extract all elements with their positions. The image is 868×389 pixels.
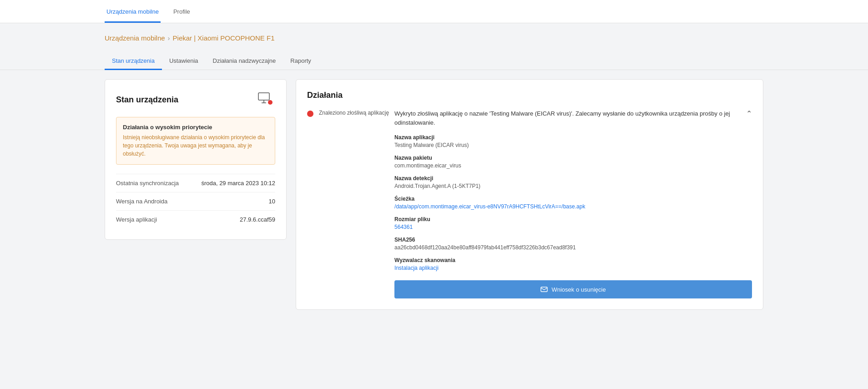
info-value-last-sync: środa, 29 marca 2023 10:12 [201, 180, 275, 187]
right-panel-actions: Działania Znaleziono złośliwą aplikację … [296, 79, 763, 310]
field-file-size: Rozmiar pliku 564361 [394, 216, 752, 230]
left-panel-device-status: Stan urządzenia Działania o wysokim prio… [105, 79, 287, 240]
field-label-scan-trigger: Wyzwalacz skanowania [394, 257, 752, 263]
svg-rect-4 [541, 287, 547, 292]
field-label-app-name: Nazwa aplikacji [394, 134, 752, 141]
field-detection-name: Nazwa detekcji Android.Trojan.Agent.A (1… [394, 175, 752, 189]
remove-button-label: Wniosek o usunięcie [551, 286, 606, 293]
tab-device-status[interactable]: Stan urządzenia [105, 53, 162, 70]
main-content: Stan urządzenia Działania o wysokim prio… [0, 70, 868, 319]
field-value-app-name: Testing Malware (EICAR virus) [394, 142, 752, 148]
svg-rect-0 [258, 93, 269, 100]
field-value-path: /data/app/com.montimage.eicar_virus-e8NV… [394, 203, 752, 210]
malware-main-description: Wykryto złośliwą aplikację o nazwie 'Tes… [394, 109, 742, 127]
malware-status-dot [307, 111, 313, 117]
tab-settings[interactable]: Ustawienia [162, 53, 206, 70]
nav-item-profiles[interactable]: Profile [172, 0, 192, 23]
field-sha256: SHA256 aa26cbd0468df120aa24be80aff84979f… [394, 237, 752, 251]
malware-status-label: Znaleziono złośliwą aplikację [319, 109, 389, 117]
malware-alert-row: Znaleziono złośliwą aplikację Wykryto zł… [307, 109, 752, 298]
field-value-detection-name: Android.Trojan.Agent.A (1-5KT7P1) [394, 183, 752, 189]
info-row-last-sync: Ostatnia synchronizacja środa, 29 marca … [116, 174, 275, 192]
left-panel-title: Stan urządzenia [116, 95, 178, 105]
field-value-sha256: aa26cbd0468df120aa24be80aff84979fab441ef… [394, 244, 752, 251]
nav-item-mobile-devices[interactable]: Urządzenia mobilne [105, 0, 161, 23]
device-status-icon [257, 91, 275, 109]
field-label-path: Ścieżka [394, 196, 752, 202]
breadcrumb-mobile-devices-link[interactable]: Urządzenia mobilne [105, 34, 165, 42]
sub-tabs: Stan urządzenia Ustawienia Działania nad… [0, 45, 868, 70]
field-label-detection-name: Nazwa detekcji [394, 175, 752, 182]
field-label-file-size: Rozmiar pliku [394, 216, 752, 222]
info-label-app-version: Wersja aplikacji [116, 216, 157, 223]
left-panel-header: Stan urządzenia [116, 91, 275, 109]
tab-reports[interactable]: Raporty [283, 53, 318, 70]
svg-point-3 [268, 100, 273, 105]
info-value-android-version: 10 [269, 198, 275, 205]
top-navigation: Urządzenia mobilne Profile [0, 0, 868, 23]
breadcrumb-separator: › [168, 34, 170, 42]
collapse-button[interactable]: ⌃ [746, 109, 752, 118]
field-label-package-name: Nazwa pakietu [394, 155, 752, 161]
high-priority-alert: Działania o wysokim priorytecie Istnieją… [116, 117, 275, 165]
field-scan-trigger: Wyzwalacz skanowania Instalacja aplikacj… [394, 257, 752, 271]
field-path: Ścieżka /data/app/com.montimage.eicar_vi… [394, 196, 752, 210]
field-label-sha256: SHA256 [394, 237, 752, 243]
remove-request-button[interactable]: Wniosek o usunięcie [394, 280, 752, 298]
malware-desc-col: Wykryto złośliwą aplikację o nazwie 'Tes… [394, 109, 752, 298]
field-value-scan-trigger: Instalacja aplikacji [394, 265, 752, 271]
right-panel-title: Działania [307, 91, 752, 100]
tab-emergency-actions[interactable]: Działania nadzwyczajne [206, 53, 283, 70]
info-row-android-version: Wersja na Androida 10 [116, 192, 275, 210]
breadcrumb-current-device: Piekar | Xiaomi POCOPHONE F1 [173, 34, 275, 42]
field-app-name: Nazwa aplikacji Testing Malware (EICAR v… [394, 134, 752, 148]
info-row-app-version: Wersja aplikacji 27.9.6.ccaf59 [116, 210, 275, 228]
info-label-last-sync: Ostatnia synchronizacja [116, 180, 179, 187]
field-value-package-name: com.montimage.eicar_virus [394, 162, 752, 169]
breadcrumb: Urządzenia mobilne › Piekar | Xiaomi POC… [105, 34, 763, 42]
field-value-file-size: 564361 [394, 224, 752, 230]
alert-text: Istnieją nieobsługiwane działania o wyso… [123, 133, 268, 158]
breadcrumb-area: Urządzenia mobilne › Piekar | Xiaomi POC… [0, 23, 868, 45]
envelope-icon [540, 286, 548, 293]
alert-title: Działania o wysokim priorytecie [123, 124, 268, 131]
info-value-app-version: 27.9.6.ccaf59 [240, 216, 275, 223]
info-label-android-version: Wersja na Androida [116, 198, 167, 205]
field-package-name: Nazwa pakietu com.montimage.eicar_virus [394, 155, 752, 169]
